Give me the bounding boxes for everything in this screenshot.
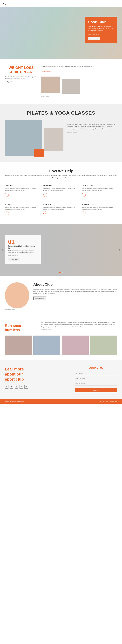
carousel-credit: Image from Freepik: [8, 255, 37, 256]
weight-loss-right-text: Sample text. Click to select the text bo…: [41, 66, 117, 68]
contact-submit-button[interactable]: SUBMIT: [75, 388, 117, 392]
carousel-learn-more-button[interactable]: LEARN MORE: [8, 258, 20, 261]
carousel-section: 01 Sample text. Click to select the text…: [0, 224, 122, 276]
run-image-1: [5, 336, 32, 355]
footer-contact: CONTACT US SUBMIT: [75, 366, 117, 392]
how-help-item-text: Sample text. Click to select the text bo…: [43, 206, 79, 210]
social-linkedin-icon[interactable]: in: [19, 385, 23, 388]
weight-loss-learn-more[interactable]: LEARN MORE: [41, 70, 117, 73]
how-help-item: DANCE CLASS Sample text. Click to select…: [82, 183, 117, 198]
accent-bar: [5, 322, 11, 322]
carousel-dot-2[interactable]: [61, 272, 63, 273]
run-smart-section: Run smart, hurt less Quis hendrerit dolo…: [0, 317, 122, 360]
about-image: [5, 282, 29, 308]
how-help-item-text: Sample text. Click to select the text bo…: [5, 188, 40, 192]
carousel-prev-button[interactable]: ‹: [2, 248, 3, 252]
social-twitter-icon[interactable]: t: [10, 385, 13, 388]
carousel-content: 01 Sample text. Click to select the text…: [0, 224, 122, 276]
carousel-text-box: 01 Sample text. Click to select the text…: [5, 235, 41, 264]
contact-title: CONTACT US: [75, 366, 117, 369]
run-smart-text-wrap: Quis hendrerit dolor magna eget sed lore…: [42, 322, 117, 332]
pilates-accent: [34, 149, 44, 157]
how-help-item-icon[interactable]: ›: [43, 212, 47, 216]
contact-name-input[interactable]: [75, 372, 117, 375]
how-help-item-icon[interactable]: ›: [5, 212, 9, 216]
hero-image-link[interactable]: Image from Freepik: [88, 34, 114, 35]
about-image-wrap: Image from Freepik: [5, 282, 29, 310]
pilates-image-2: [44, 128, 63, 151]
how-help-item-icon[interactable]: ›: [82, 193, 86, 197]
carousel-number: 01: [8, 238, 37, 245]
run-smart-images: [5, 336, 117, 355]
how-help-item: FITNESS Sample text. Click to select the…: [5, 202, 40, 217]
social-pinterest-icon[interactable]: p: [15, 385, 18, 388]
how-help-item-icon[interactable]: ›: [5, 193, 9, 197]
footer-copyright: © Copyright. All Rights Reserved.: [5, 400, 24, 402]
run-image-4: [90, 336, 117, 355]
weight-loss-images: [41, 76, 117, 94]
carousel-dot-1[interactable]: [59, 272, 61, 273]
contact-email-input[interactable]: [75, 377, 117, 380]
hero-card: Sport Club Sample text. Lorem ipsum dolo…: [85, 17, 117, 43]
how-help-item-title: FITNESS: [5, 203, 40, 205]
how-help-item: RUNNING Sample text. Click to select the…: [43, 183, 79, 198]
weight-loss-title: WEIGHT LOSS & DIET PLAN: [5, 66, 37, 74]
hero-read-more-button[interactable]: READ MORE: [88, 37, 100, 40]
weight-loss-left-text: Sample text. Click to select the text bo…: [5, 76, 37, 80]
about-image-credit: Image from Freepik: [5, 309, 29, 310]
pilates-image-credit: Image from Freepik: [67, 132, 117, 133]
weight-loss-image-credit: Image by Freepik: [41, 96, 117, 97]
logo: logo: [3, 2, 7, 4]
carousel-dots: [59, 272, 63, 273]
pilates-images: [5, 120, 63, 156]
weight-loss-image-2: [62, 79, 80, 94]
footer-section: Lear more about our sport club f t p in …: [0, 360, 122, 399]
how-help-item: WEIGHT LOSS Sample text. Click to select…: [82, 202, 117, 217]
how-help-item-icon[interactable]: ›: [43, 193, 47, 197]
how-help-item-text: Sample text. Click to select the text bo…: [82, 206, 117, 210]
pilates-section: PILATES & YOGA CLASSES Welcome to world-…: [0, 104, 122, 162]
how-help-subtitle: Experience the power of the pack. We off…: [5, 175, 117, 179]
how-help-title: How We Help: [5, 169, 117, 173]
hero-card-text: Sample text. Lorem ipsum dolor sit amet,…: [88, 26, 114, 32]
weight-loss-left: WEIGHT LOSS & DIET PLAN Sample text. Cli…: [5, 66, 37, 82]
run-smart-heading: Run smart, hurt less: [5, 322, 37, 332]
about-learn-more-button[interactable]: LEARN MORE: [33, 296, 46, 300]
footer-left: Lear more about our sport club f t p in …: [5, 366, 70, 392]
about-section: Image from Freepik About Club Paragraph.…: [0, 276, 122, 317]
weight-loss-section: WEIGHT LOSS & DIET PLAN Sample text. Cli…: [0, 59, 122, 104]
how-help-item: CYCLING Sample text. Click to select the…: [5, 183, 40, 198]
carousel-slide-title: Sample text. Click to select the text bo…: [8, 245, 37, 249]
how-help-item-text: Sample text. Click to select the text bo…: [5, 206, 40, 210]
run-image-2: [33, 336, 60, 355]
how-help-item: PILATES Sample text. Click to select the…: [43, 202, 79, 217]
hero-card-title: Sport Club: [88, 20, 114, 24]
bottom-footer: © Copyright. All Rights Reserved. Privac…: [0, 399, 122, 404]
pilates-description: Welcome to world-class Pilates, Yoga, Ke…: [67, 120, 117, 133]
contact-phone-input[interactable]: [75, 382, 117, 386]
about-text: Paragraph. Lorem ipsum dolor sit amet, c…: [33, 288, 117, 294]
run-smart-title: Run smart, hurt less: [5, 324, 37, 332]
carousel-body: Auctor augue mauris augue neque gravida …: [8, 250, 37, 254]
footer-title: Lear more about our sport club: [5, 366, 70, 382]
footer-social: f t p in yt: [5, 385, 70, 388]
how-help-item-text: Sample text. Click to select the text bo…: [43, 188, 79, 192]
contact-form: SUBMIT: [75, 372, 117, 392]
how-help-item-text: Sample text. Click to select the text bo…: [82, 188, 117, 192]
weight-loss-author: — May Smith, Organizer: [5, 81, 37, 82]
how-help-grid: CYCLING Sample text. Click to select the…: [5, 183, 117, 217]
run-smart-text: Quis hendrerit dolor magna eget sed lore…: [42, 322, 117, 328]
pilates-title: PILATES & YOGA CLASSES: [5, 110, 117, 116]
menu-icon[interactable]: ≡: [117, 2, 119, 5]
how-help-item-title: PILATES: [43, 203, 79, 205]
about-title: About Club: [33, 282, 117, 286]
run-smart-top: Run smart, hurt less Quis hendrerit dolo…: [5, 322, 117, 332]
social-facebook-icon[interactable]: f: [5, 385, 8, 388]
social-youtube-icon[interactable]: yt: [24, 385, 28, 388]
how-help-section: How We Help Experience the power of the …: [0, 162, 122, 224]
how-help-item-title: CYCLING: [5, 185, 40, 187]
header: logo ≡: [0, 0, 122, 7]
how-help-item-icon[interactable]: ›: [82, 212, 86, 216]
carousel-next-button[interactable]: ›: [119, 248, 120, 252]
weight-loss-image-1: [41, 76, 60, 93]
